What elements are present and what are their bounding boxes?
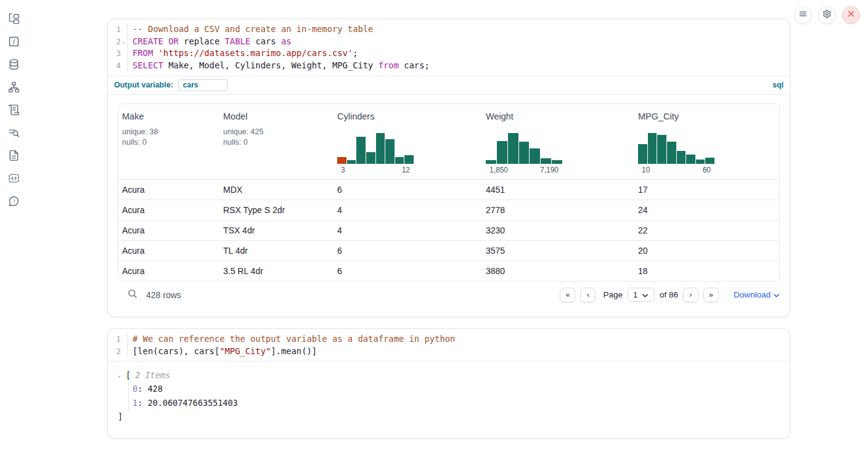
- column-header-cylinders[interactable]: Cylinders312: [337, 110, 486, 174]
- table-header-row: Makeunique: 38nulls: 0Modelunique: 425nu…: [118, 104, 779, 179]
- table-row: AcuraMDX6445117: [118, 179, 779, 200]
- histogram-bar: [376, 133, 385, 164]
- fold-chevron-icon[interactable]: ⌄: [121, 39, 127, 45]
- sidebar-item-code-snippet[interactable]: [6, 172, 21, 187]
- table-cell: Acura: [122, 184, 223, 195]
- line-number: 3: [108, 47, 128, 60]
- page-label: Page: [603, 290, 623, 299]
- column-name: Model: [223, 111, 337, 121]
- code-line: 2⌄CREATE OR replace TABLE cars as: [108, 36, 790, 48]
- help-icon: ?: [7, 195, 20, 210]
- output-variable-label: Output variable:: [114, 81, 173, 89]
- table-cell: 2778: [486, 204, 638, 215]
- dependency-graph-icon: [7, 81, 20, 96]
- next-page-button[interactable]: ›: [683, 288, 698, 302]
- shutdown-button[interactable]: [842, 6, 860, 24]
- histogram-bar: [519, 142, 530, 164]
- table-cell: 4: [337, 225, 486, 235]
- histogram-bar: [347, 160, 356, 164]
- table-cell: Acura: [122, 265, 223, 276]
- tree-output-header: ⌄ [ 2 Items: [118, 370, 780, 380]
- first-page-button[interactable]: «: [560, 288, 575, 302]
- line-number: 2⌄: [108, 36, 128, 48]
- sidebar-item-database[interactable]: [6, 58, 21, 73]
- code-text: CREATE OR replace TABLE cars as: [128, 36, 292, 48]
- prev-page-button[interactable]: ‹: [580, 288, 596, 302]
- table-cell: 4: [337, 204, 486, 215]
- histogram-bar: [366, 152, 375, 164]
- open-bracket: [: [126, 370, 131, 380]
- histogram-bar: [486, 160, 496, 164]
- table-cell: Acura: [122, 204, 223, 215]
- collapse-chevron-icon[interactable]: ⌄: [118, 373, 126, 378]
- histogram-bar: [404, 155, 414, 164]
- menu-button[interactable]: [794, 6, 812, 24]
- histogram-bar: [638, 144, 647, 164]
- sidebar-item-dependency-graph[interactable]: [6, 81, 21, 95]
- sidebar: f?: [0, 0, 27, 449]
- download-label: Download: [734, 290, 771, 299]
- table-cell: 6: [337, 265, 486, 276]
- table-search-button[interactable]: [126, 289, 138, 301]
- histogram-bar: [395, 157, 404, 164]
- code-text: SELECT Make, Model, Cylinders, Weight, M…: [128, 60, 430, 72]
- column-stats: unique: 38nulls: 0: [122, 127, 223, 148]
- sql-code-editor[interactable]: 1-- Download a CSV and create an in-memo…: [108, 19, 790, 76]
- sidebar-item-help[interactable]: ?: [6, 195, 21, 209]
- code-text: -- Download a CSV and create an in-memor…: [128, 23, 373, 36]
- python-cell: 1# We can reference the output variable …: [107, 328, 790, 439]
- table-cell: 20: [638, 245, 779, 256]
- search-icon: [127, 288, 137, 301]
- table-cell: 22: [638, 225, 779, 235]
- table-cell: 3230: [486, 225, 638, 235]
- table-cell: MDX: [223, 184, 337, 195]
- histogram-bar: [356, 137, 366, 164]
- settings-button[interactable]: [818, 6, 836, 24]
- histogram-bar: [541, 158, 551, 164]
- histogram-bar: [648, 133, 657, 164]
- menu-icon: [798, 9, 808, 21]
- histogram-bar: [686, 155, 695, 164]
- column-header-weight[interactable]: Weight1,8507,190: [486, 110, 638, 174]
- window-controls: [794, 6, 860, 24]
- column-name: Make: [122, 111, 223, 121]
- table-row: AcuraTL 4dr6357520: [118, 240, 779, 261]
- tree-entries: 0: 4281: 20.060747663551403: [128, 380, 780, 411]
- table-cell: 3880: [486, 265, 638, 276]
- chevron-down-icon: [774, 290, 779, 299]
- column-histogram: 1060: [638, 133, 714, 174]
- page-count-label: of 86: [660, 290, 678, 299]
- table-row: Acura3.5 RL 4dr6388018: [118, 261, 779, 281]
- python-code-editor[interactable]: 1# We can reference the output variable …: [108, 329, 790, 361]
- column-stats: unique: 425nulls: 0: [223, 127, 337, 148]
- table-cell: 6: [337, 245, 486, 256]
- close-icon: [846, 9, 856, 21]
- line-number: 4: [108, 60, 128, 72]
- last-page-button[interactable]: »: [703, 288, 719, 302]
- sidebar-item-file-tree[interactable]: [6, 12, 21, 27]
- items-count-label: 2 Items: [135, 370, 170, 380]
- code-text: [len(cars), cars["MPG_City"].mean()]: [128, 346, 317, 358]
- page-select-value: 1: [633, 290, 637, 299]
- tree-entry: 1: 20.060747663551403: [131, 396, 780, 410]
- table-cell: 24: [638, 204, 779, 215]
- table-cell: 17: [638, 184, 779, 195]
- sidebar-item-scroll[interactable]: [6, 103, 21, 118]
- code-line: 3FROM 'https://datasets.marimo.app/cars.…: [108, 47, 790, 60]
- output-variable-input[interactable]: [178, 79, 227, 91]
- sidebar-item-function[interactable]: f: [6, 35, 21, 50]
- table-footer: 428 rows « ‹ Page 1 of 86 › » Download: [118, 281, 780, 309]
- table-body: AcuraMDX6445117AcuraRSX Type S 2dr427782…: [118, 179, 779, 281]
- function-icon: f: [7, 35, 20, 51]
- page-select[interactable]: 1: [628, 288, 655, 302]
- language-badge: sql: [772, 81, 784, 89]
- download-button[interactable]: Download: [734, 290, 779, 299]
- column-header-mpg_city[interactable]: MPG_City1060: [638, 110, 779, 174]
- histogram-axis-labels: 312: [337, 164, 414, 174]
- table-cell: 18: [638, 265, 779, 276]
- column-header-model[interactable]: Modelunique: 425nulls: 0: [223, 110, 337, 174]
- sidebar-item-document[interactable]: [6, 149, 21, 164]
- column-header-make[interactable]: Makeunique: 38nulls: 0: [122, 110, 223, 174]
- scroll-icon: [7, 103, 20, 119]
- sidebar-item-search-list[interactable]: [6, 126, 21, 141]
